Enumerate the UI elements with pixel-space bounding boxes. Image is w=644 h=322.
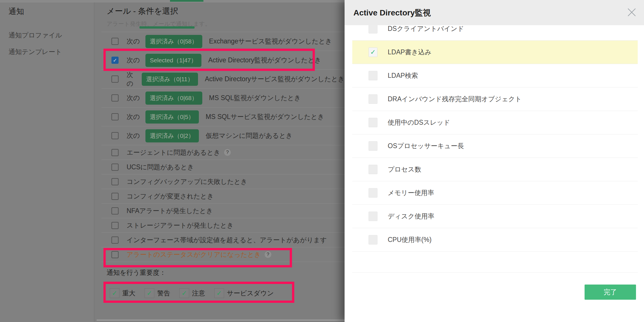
condition-prefix: 次の (127, 56, 140, 65)
condition-row: NFAアラートが発生したとき (101, 204, 345, 218)
condition-checkbox[interactable] (111, 94, 119, 102)
condition-label: MS SQLサービス監視がダウンしたとき (206, 112, 324, 121)
modal-row[interactable]: CPU使用率(%) (352, 228, 638, 252)
condition-checkbox[interactable] (111, 57, 119, 64)
modal-row[interactable]: DRAインバウンド残存完全同期オブジェクト (352, 88, 638, 111)
modal-row[interactable]: プロセス数 (352, 158, 638, 181)
modal-checkbox[interactable] (369, 118, 377, 127)
severity-item: 注意 (179, 288, 214, 298)
modal-row-label: OSプロセッサーキュー長 (388, 142, 464, 150)
modal-row[interactable]: LDAP検索 (352, 64, 638, 88)
modal-checkbox[interactable] (369, 165, 377, 174)
selected-count-badge[interactable]: 選択済み（0|5） (145, 110, 199, 124)
condition-label: 仮想マシンに問題があるとき (206, 131, 293, 140)
modal-checkbox[interactable] (369, 47, 377, 57)
condition-label: NFAアラートが発生したとき (127, 206, 213, 215)
main-panel: メール - 条件を選択 アラート発生時、メールで通知します。 次の 選択済み（0… (95, 0, 345, 322)
selected-count-badge[interactable]: 選択済み（0|11） (142, 73, 198, 86)
modal-row[interactable]: メモリー使用率 (352, 181, 638, 205)
severity-label: 注意 (192, 289, 205, 298)
severity-checkbox[interactable] (145, 288, 154, 298)
condition-checkbox[interactable] (111, 75, 119, 83)
severity-item: サービスダウン (214, 288, 283, 298)
close-icon[interactable] (627, 7, 637, 17)
sidebar-title: 通知 (9, 6, 24, 17)
modal-row[interactable]: 使用中のDSスレッド (352, 111, 638, 134)
modal-checkbox[interactable] (369, 71, 377, 80)
condition-row: コンフィグバックアップに失敗したとき (101, 174, 345, 189)
severity-label: 重大 (122, 289, 135, 298)
condition-checkbox[interactable] (111, 193, 119, 200)
done-button[interactable]: 完了 (585, 285, 636, 300)
condition-prefix: 次の (127, 70, 136, 88)
severity-checkbox[interactable] (214, 288, 224, 298)
selected-count-badge[interactable]: 選択済み（0|58） (145, 35, 202, 48)
help-icon[interactable]: ? (264, 251, 272, 258)
condition-label: MS SQL監視がダウンしたとき (209, 94, 301, 102)
modal-row[interactable]: ディスク使用率 (352, 205, 638, 228)
condition-label: インターフェース帯域が設定値を超えると、アラートがあがります (127, 236, 327, 245)
condition-row: 次の 選択済み（0|58） Exchangeサービス監視がダウンしたとき (101, 32, 345, 51)
modal-row[interactable]: DSクライアントバインド (352, 25, 638, 41)
modal-row[interactable]: OSプロセッサーキュー長 (352, 134, 638, 158)
progress-bar (139, 26, 195, 29)
page-title: メール - 条件を選択 (107, 6, 178, 17)
condition-row: UCSに問題があるとき (101, 160, 345, 174)
condition-label: エージェントに問題があるとき (127, 148, 220, 157)
condition-row: アラートのステータスがクリアになったとき ? (101, 247, 345, 262)
modal-row-label: メモリー使用率 (388, 188, 434, 197)
modal-footer-divider (352, 272, 638, 273)
sidebar-item-notification-template[interactable]: 通知テンプレート (9, 47, 62, 56)
modal-row-label: DSクライアントバインド (388, 25, 464, 33)
selected-count-badge[interactable]: Selected（1|47） (145, 54, 201, 67)
modal-checkbox[interactable] (369, 188, 377, 198)
modal-metric-list: DSクライアントバインド LDAP書き込み LDAP検索 DRAインバウンド残存… (352, 25, 638, 252)
bottom-divider (97, 319, 345, 321)
modal-title: Active Directory監視 (353, 7, 431, 18)
condition-checkbox[interactable] (111, 178, 119, 185)
condition-label: アラートのステータスがクリアになったとき (127, 250, 261, 259)
condition-label: コンフィグバックアップに失敗したとき (127, 177, 247, 186)
sidebar-item-notification-profile[interactable]: 通知プロファイル (9, 31, 62, 40)
condition-checkbox[interactable] (111, 113, 119, 120)
condition-checkbox[interactable] (111, 132, 119, 139)
modal-checkbox[interactable] (369, 94, 377, 104)
condition-prefix: 次の (127, 131, 140, 140)
condition-label: UCSに問題があるとき (127, 163, 194, 172)
modal-checkbox[interactable] (369, 141, 377, 151)
condition-row: エージェントに問題があるとき ? (101, 145, 345, 160)
modal-dialog: Active Directory監視 DSクライアントバインド LDAP書き込み… (345, 0, 644, 322)
modal-checkbox[interactable] (369, 25, 377, 33)
sidebar: 通知 通知プロファイル 通知テンプレート (0, 0, 94, 322)
severity-checkbox[interactable] (179, 288, 189, 298)
severity-item: 警告 (145, 288, 179, 298)
condition-checkbox[interactable] (111, 222, 119, 229)
modal-checkbox[interactable] (369, 212, 377, 221)
modal-row-label: 使用中のDSスレッド (388, 118, 450, 127)
modal-checkbox[interactable] (369, 235, 377, 245)
severity-checkbox[interactable] (110, 288, 119, 298)
condition-checkbox[interactable] (111, 251, 119, 258)
modal-header: Active Directory監視 (345, 0, 644, 25)
modal-row-label: DRAインバウンド残存完全同期オブジェクト (388, 95, 522, 104)
condition-row: 次の Selected（1|47） Active Directory監視がダウン… (101, 51, 345, 70)
condition-checkbox[interactable] (111, 236, 119, 244)
modal-row-label: CPU使用率(%) (388, 235, 431, 244)
condition-checkbox[interactable] (111, 164, 119, 171)
modal-row-label: ディスク使用率 (388, 212, 434, 221)
help-icon[interactable]: ? (224, 149, 231, 156)
condition-checkbox[interactable] (111, 149, 119, 156)
modal-row-label: LDAP書き込み (388, 48, 431, 57)
modal-row[interactable]: LDAP書き込み (352, 41, 638, 64)
condition-row: 次の 選択済み（0|11） Active Directoryサービス監視がダウン… (101, 70, 345, 89)
condition-label: コンフィグが変更されたとき (127, 192, 214, 201)
condition-checkbox[interactable] (111, 38, 119, 45)
condition-prefix: 次の (127, 37, 140, 46)
selected-count-badge[interactable]: 選択済み（0|2） (145, 129, 199, 142)
condition-label: Exchangeサービス監視がダウンしたとき (209, 37, 332, 46)
severity-label: 警告 (157, 289, 170, 298)
severity-section-label: 通知を行う重要度： (107, 268, 166, 277)
condition-checkbox[interactable] (111, 207, 119, 214)
active-tab-underline (170, 0, 203, 2)
selected-count-badge[interactable]: 選択済み（0|68） (145, 92, 202, 105)
